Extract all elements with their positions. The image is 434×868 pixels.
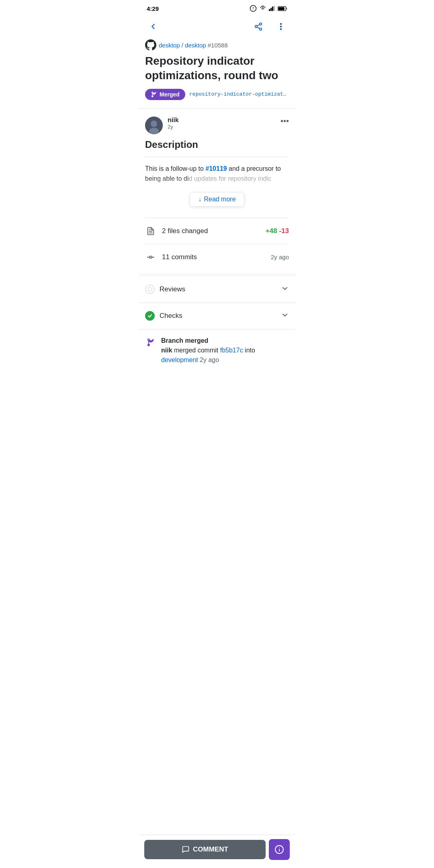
svg-rect-3 [269, 9, 270, 11]
deletions-count: -13 [279, 227, 289, 235]
breadcrumb-text: desktop / desktop #10588 [159, 42, 228, 49]
description-title: Description [145, 139, 289, 150]
comment-time: 2y [168, 124, 276, 130]
svg-rect-9 [286, 7, 287, 9]
comment-meta: niik 2y [168, 117, 276, 130]
commits-label: 11 commits [162, 253, 265, 261]
merge-text: Branch merged niik merged commit fb5b17c… [161, 336, 289, 365]
files-changes-count: +48 -13 [266, 227, 289, 235]
commits-row[interactable]: 11 commits 2y ago [145, 244, 289, 270]
breadcrumb: desktop / desktop #10588 [145, 39, 289, 51]
avatar-placeholder [145, 117, 163, 134]
stats-section: 2 files changed +48 -13 11 commits 2y ag… [145, 215, 289, 273]
merge-details: niik merged commit fb5b17c into developm… [161, 346, 289, 365]
reviews-section[interactable]: Reviews [139, 276, 295, 303]
reviews-chevron-icon [281, 285, 289, 295]
reviews-status-icon [145, 285, 155, 294]
comment-body-section: niik 2y ••• Description This is a follow… [145, 108, 289, 215]
svg-point-16 [280, 26, 282, 27]
read-more-container: ↓ Read more [145, 176, 289, 207]
checks-section[interactable]: Checks [139, 303, 295, 330]
reviews-label: Reviews [160, 285, 276, 293]
files-icon [145, 225, 156, 237]
header-left [145, 18, 161, 35]
main-content: desktop / desktop #10588 Repository indi… [139, 39, 295, 100]
svg-point-17 [280, 29, 282, 30]
additions-count: +48 [266, 227, 277, 235]
comment-section: niik 2y ••• Description This is a follow… [139, 108, 295, 273]
commits-icon [145, 252, 156, 263]
branch-name[interactable]: repository-indicator-optimizatio... [189, 91, 289, 97]
share-button[interactable] [250, 18, 266, 35]
bottom-padding [139, 365, 295, 405]
notification-icon [250, 5, 257, 12]
wifi-icon [259, 6, 266, 11]
comment-header: niik 2y ••• [145, 117, 289, 134]
merge-title: Branch merged [161, 336, 289, 346]
checks-status-icon [145, 311, 155, 321]
svg-point-2 [253, 9, 254, 10]
svg-point-20 [149, 128, 159, 134]
svg-line-13 [257, 27, 260, 29]
checks-chevron-icon [281, 311, 289, 321]
status-bar: 4:29 [139, 0, 295, 15]
status-time: 4:29 [147, 5, 159, 12]
svg-line-14 [257, 25, 260, 26]
battery-icon [278, 6, 287, 11]
more-options-button[interactable] [273, 18, 289, 35]
header-right [250, 18, 289, 35]
app-header [139, 15, 295, 39]
comment-options-button[interactable]: ••• [280, 117, 289, 126]
avatar [145, 117, 163, 134]
section-divider-1 [139, 273, 295, 276]
svg-point-19 [151, 121, 157, 127]
comment-author[interactable]: niik [168, 117, 276, 124]
pr-title: Repository indicator optimizations, roun… [145, 54, 289, 83]
checks-label: Checks [160, 312, 276, 320]
signal-icon [269, 6, 275, 11]
svg-point-15 [280, 23, 282, 25]
back-button[interactable] [145, 18, 161, 35]
svg-rect-4 [270, 8, 272, 11]
svg-rect-8 [278, 7, 284, 10]
github-logo [145, 39, 156, 51]
read-more-fade [145, 176, 289, 192]
badges-row: Merged repository-indicator-optimizatio.… [145, 89, 289, 100]
svg-rect-5 [272, 6, 273, 11]
merge-icon [145, 337, 156, 348]
merged-badge: Merged [145, 89, 185, 100]
files-changed-label: 2 files changed [162, 227, 260, 235]
svg-point-27 [148, 287, 152, 291]
merge-badge-icon [151, 91, 157, 98]
merge-info: Branch merged niik merged commit fb5b17c… [139, 330, 295, 365]
read-more-chevron-icon: ↓ [198, 196, 201, 203]
status-icons [250, 5, 287, 12]
read-more-button[interactable]: ↓ Read more [190, 192, 244, 207]
svg-rect-6 [274, 6, 275, 11]
commits-time: 2y ago [271, 254, 289, 260]
files-changed-row[interactable]: 2 files changed +48 -13 [145, 218, 289, 244]
comment-divider [145, 157, 289, 157]
